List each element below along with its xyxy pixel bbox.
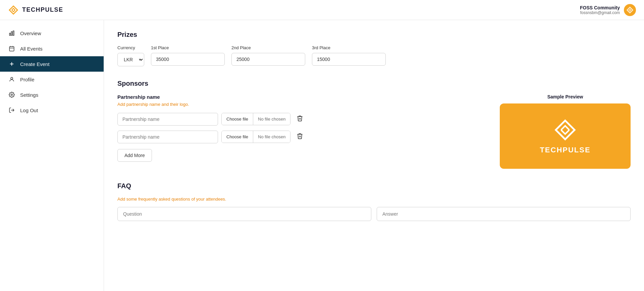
sponsor-name-input-2[interactable]	[117, 131, 218, 143]
sponsors-form: Partnership name Add partnership name an…	[117, 94, 480, 162]
main-content: Prizes Currency LKR USD EUR 1st Place	[104, 20, 644, 291]
sidebar-item-all-events[interactable]: All Events	[0, 41, 104, 56]
user-name: FOSS Community	[580, 5, 620, 10]
file-status-1: No file chosen	[253, 113, 290, 125]
currency-label: Currency	[117, 45, 144, 50]
preview-area: Sample Preview TECHPULSE	[500, 94, 631, 169]
currency-select-wrapper: LKR USD EUR	[117, 53, 144, 66]
svg-marker-14	[556, 121, 575, 139]
svg-point-12	[11, 94, 13, 96]
svg-rect-2	[9, 33, 10, 35]
sidebar: Overview All Events Create Event	[0, 20, 104, 291]
faq-subtitle: Add some frequently asked questions of y…	[117, 197, 631, 202]
partnership-name-label: Partnership name	[117, 94, 480, 100]
preview-card: TECHPULSE	[500, 103, 631, 169]
prizes-grid: Currency LKR USD EUR 1st Place 2nd Place	[117, 45, 631, 66]
app-header: TECHPULSE FOSS Community fossnsbm@gmail.…	[0, 0, 644, 20]
sponsors-section: Sponsors Partnership name Add partnershi…	[117, 80, 631, 169]
gear-icon	[8, 92, 15, 98]
svg-marker-0	[9, 6, 17, 14]
faq-section: FAQ Add some frequently asked questions …	[117, 182, 631, 221]
third-place-label: 3rd Place	[312, 45, 386, 50]
calendar-icon	[8, 46, 15, 52]
sidebar-item-settings-label: Settings	[20, 92, 38, 98]
svg-marker-1	[627, 7, 633, 13]
sidebar-item-overview-label: Overview	[20, 30, 41, 36]
sidebar-item-create-event[interactable]: Create Event	[0, 56, 104, 72]
preview-logo-icon	[553, 118, 577, 142]
logo-text: TECHPULSE	[22, 6, 63, 13]
second-place-label: 2nd Place	[231, 45, 305, 50]
header-user: FOSS Community fossnsbm@gmail.com	[580, 4, 636, 16]
faq-row	[117, 207, 631, 221]
file-input-1: Choose file No file chosen	[221, 113, 290, 125]
third-place-input[interactable]	[312, 53, 386, 66]
svg-rect-4	[13, 31, 14, 35]
prizes-title: Prizes	[117, 31, 631, 39]
bar-chart-icon	[8, 30, 15, 36]
first-place-field: 1st Place	[151, 45, 225, 66]
preview-logo-text: TECHPULSE	[540, 146, 590, 154]
sidebar-item-profile[interactable]: Profile	[0, 72, 104, 87]
sidebar-item-profile-label: Profile	[20, 77, 35, 82]
choose-file-btn-2[interactable]: Choose file	[222, 131, 253, 143]
second-place-field: 2nd Place	[231, 45, 305, 66]
sidebar-item-all-events-label: All Events	[20, 46, 43, 52]
second-place-input[interactable]	[231, 53, 305, 66]
file-input-2: Choose file No file chosen	[221, 131, 290, 143]
sidebar-item-create-event-label: Create Event	[20, 61, 50, 67]
choose-file-btn-1[interactable]: Choose file	[222, 113, 253, 125]
sponsor-row-2: Choose file No file chosen	[117, 130, 480, 144]
first-place-input[interactable]	[151, 53, 225, 66]
logo: TECHPULSE	[8, 5, 63, 15]
delete-sponsor-btn-2[interactable]	[294, 130, 306, 144]
faq-answer-input[interactable]	[377, 207, 631, 221]
logout-icon	[8, 107, 15, 113]
svg-rect-3	[11, 32, 12, 35]
sidebar-item-logout-label: Log Out	[20, 107, 38, 113]
first-place-label: 1st Place	[151, 45, 225, 50]
user-email: fossnsbm@gmail.com	[580, 10, 620, 15]
main-layout: Overview All Events Create Event	[0, 20, 644, 291]
add-more-button[interactable]: Add More	[117, 149, 152, 162]
faq-question-input[interactable]	[117, 207, 371, 221]
sponsors-title: Sponsors	[117, 80, 631, 87]
currency-select[interactable]: LKR USD EUR	[117, 53, 144, 66]
sidebar-item-settings[interactable]: Settings	[0, 87, 104, 102]
user-icon	[8, 76, 15, 82]
plus-icon	[8, 61, 15, 67]
preview-label: Sample Preview	[500, 94, 631, 99]
file-status-2: No file chosen	[253, 131, 290, 143]
faq-title: FAQ	[117, 182, 631, 190]
delete-sponsor-btn-1[interactable]	[294, 112, 306, 126]
third-place-field: 3rd Place	[312, 45, 386, 66]
sponsor-name-input-1[interactable]	[117, 113, 218, 126]
sidebar-item-overview[interactable]: Overview	[0, 25, 104, 41]
currency-field: Currency LKR USD EUR	[117, 45, 144, 66]
logo-icon	[8, 5, 19, 15]
sponsors-layout: Partnership name Add partnership name an…	[117, 94, 631, 169]
avatar[interactable]	[624, 4, 636, 16]
user-info: FOSS Community fossnsbm@gmail.com	[580, 5, 620, 15]
prizes-section: Prizes Currency LKR USD EUR 1st Place	[117, 31, 631, 66]
sponsor-row-1: Choose file No file chosen	[117, 112, 480, 126]
svg-rect-5	[9, 47, 14, 51]
sponsors-subtitle: Add partnership name and their logo.	[117, 102, 480, 107]
svg-point-11	[11, 77, 13, 79]
sidebar-item-logout[interactable]: Log Out	[0, 102, 104, 118]
